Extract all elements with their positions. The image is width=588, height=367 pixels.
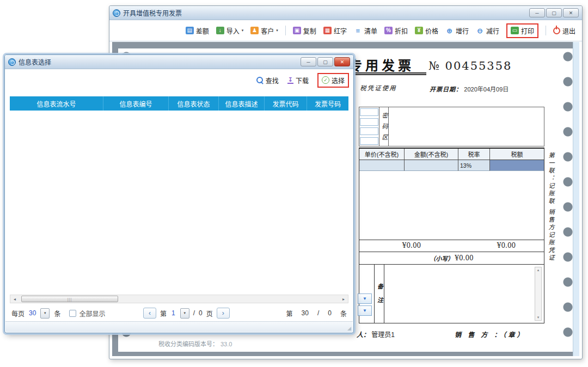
- password-area-label: 密码区: [379, 107, 389, 146]
- issuer-value: 管理员1: [371, 331, 395, 339]
- balance-label: 差额: [196, 26, 209, 35]
- red-letter-button[interactable]: ▦ 红字: [323, 26, 347, 35]
- per-page-unit: 条: [54, 309, 60, 318]
- next-page-button[interactable]: ›: [217, 308, 230, 319]
- items-table-header: 单价(不含税) 金额(不含税) 税率 税额: [359, 148, 544, 160]
- price-button[interactable]: ¥ 价格: [415, 26, 438, 35]
- balance-button[interactable]: ▤ 差额: [186, 26, 209, 35]
- prev-page-button[interactable]: ‹: [143, 308, 156, 319]
- dialog-status-bar: ◢: [5, 321, 353, 332]
- app-icon: [8, 58, 16, 66]
- toolbar-divider: [285, 26, 286, 35]
- discount-button[interactable]: % 折扣: [384, 26, 408, 35]
- buyer-password-section: 密码区: [359, 107, 544, 146]
- add-row-label: 增行: [456, 26, 469, 35]
- customer-label: 客户: [261, 26, 274, 35]
- dialog-pagination: 每页 30 ▾ 条 全部显示 ‹ 第 1 ▾ / 0 页 › 第 30 / 0 …: [11, 305, 347, 321]
- close-button[interactable]: ✕: [563, 8, 579, 17]
- download-button[interactable]: ↧ 下载: [287, 76, 309, 85]
- tax-rate-cell[interactable]: 13%: [458, 160, 490, 171]
- exit-button[interactable]: 退出: [553, 26, 575, 35]
- price-icon: ¥: [415, 27, 423, 34]
- scroll-left-icon[interactable]: ◂: [11, 297, 18, 302]
- buyer-info-field[interactable]: [360, 108, 378, 116]
- copy-button[interactable]: ▣ 复制: [293, 26, 316, 35]
- search-button[interactable]: 查找: [256, 76, 279, 85]
- remove-row-button[interactable]: ⊖ 减行: [476, 26, 499, 35]
- dialog-minimize-button[interactable]: ─: [301, 57, 316, 66]
- invoice-page-down-button-2[interactable]: ▼: [358, 305, 372, 316]
- buyer-info-field[interactable]: [360, 118, 378, 126]
- minimize-button[interactable]: ─: [529, 8, 545, 17]
- dialog-titlebar[interactable]: 信息表选择 ─ ▢ ✕: [5, 55, 353, 69]
- col-unit-price: 单价(不含税): [359, 149, 405, 160]
- dialog-close-button[interactable]: ✕: [334, 57, 350, 66]
- header-invoice-number[interactable]: 发票号码: [307, 96, 348, 111]
- per-page-value[interactable]: 30: [29, 309, 36, 317]
- maximize-button[interactable]: ▢: [546, 8, 562, 17]
- add-row-button[interactable]: ⊕ 增行: [445, 26, 469, 35]
- issuer-label: 人：: [357, 331, 370, 339]
- list-button[interactable]: ≡ 清单: [354, 26, 377, 35]
- per-page-dropdown[interactable]: ▾: [40, 308, 50, 319]
- header-serial-number[interactable]: 信息表流水号: [10, 96, 103, 111]
- import-button[interactable]: ↓ 导入 ▾: [216, 26, 244, 35]
- small-total-label: （小写）: [430, 254, 454, 262]
- toolbar-divider: [546, 26, 546, 35]
- desktop: 开具增值税专用发票 ─ ▢ ✕ ▤ 差额 ↓ 导入 ▾ ♟ 客户 ▾: [0, 0, 588, 367]
- select-button-highlight: ✓ 选择: [317, 73, 349, 88]
- header-form-status[interactable]: 信息表状态: [169, 96, 219, 111]
- amount-cell[interactable]: [405, 160, 458, 171]
- buyer-fields-column: [359, 107, 379, 146]
- record-counter: 第 30 / 0 条: [286, 309, 347, 318]
- items-empty-area: [359, 171, 544, 240]
- add-row-icon: ⊕: [445, 27, 454, 34]
- page-dropdown[interactable]: ▾: [180, 308, 189, 319]
- col-tax: 税额: [490, 149, 544, 160]
- scroll-up-icon[interactable]: ▴: [537, 268, 540, 272]
- small-total-value: ¥0.00: [455, 254, 473, 262]
- download-icon: ↧: [287, 77, 293, 84]
- thumb-grip: |||: [68, 297, 72, 301]
- invoice-copy-label: 第一联：记账联 销售方记账凭证: [546, 152, 555, 304]
- invoice-page-down-button[interactable]: ▼: [358, 293, 372, 304]
- header-invoice-code[interactable]: 发票代码: [265, 96, 307, 111]
- remarks-scrollbar[interactable]: ▴ ▾: [535, 267, 542, 321]
- select-button[interactable]: ✓ 选择: [322, 76, 345, 85]
- remove-row-icon: ⊖: [476, 27, 484, 34]
- exit-label: 退出: [562, 26, 575, 35]
- show-all-checkbox[interactable]: [69, 310, 76, 317]
- customer-icon: ♟: [250, 27, 259, 34]
- dialog-maximize-button[interactable]: ▢: [317, 57, 333, 66]
- search-icon: [256, 77, 264, 84]
- tax-cell-selected[interactable]: [490, 160, 544, 171]
- scroll-down-icon[interactable]: ▾: [537, 315, 540, 320]
- scroll-right-icon[interactable]: ▸: [340, 297, 347, 302]
- right-scroll-strip[interactable]: [573, 42, 579, 356]
- scrollbar-thumb[interactable]: |||: [21, 296, 118, 302]
- total-pages-value: 0: [199, 309, 203, 317]
- grand-total-row: （小写） ¥0.00: [359, 252, 544, 265]
- invoice-window-title: 开具增值税专用发票: [123, 8, 182, 17]
- copy-icon: ▣: [293, 27, 301, 34]
- dialog-table-body: [10, 111, 348, 292]
- resize-grip[interactable]: ◢: [347, 326, 351, 331]
- horizontal-scrollbar[interactable]: ◂ ||| ▸: [10, 295, 348, 303]
- invoice-window-titlebar[interactable]: 开具增值税专用发票 ─ ▢ ✕: [109, 6, 582, 20]
- page-navigator: ‹ 第 1 ▾ / 0 页 ›: [143, 308, 230, 319]
- invoice-date-value: 2020年04月09日: [464, 86, 509, 93]
- header-form-number[interactable]: 信息表编号: [103, 96, 169, 111]
- customer-button[interactable]: ♟ 客户 ▾: [250, 26, 278, 35]
- print-button-highlight: ▭ 打印: [506, 23, 538, 38]
- window-controls: ─ ▢ ✕: [529, 8, 579, 17]
- buyer-info-field[interactable]: [360, 137, 378, 145]
- header-form-description[interactable]: 信息表描述: [219, 96, 265, 111]
- remarks-textarea[interactable]: ▴ ▾: [384, 265, 544, 323]
- current-page-value: 1: [171, 309, 175, 317]
- chevron-down-icon: ▾: [242, 28, 244, 33]
- unit-price-cell[interactable]: [359, 160, 405, 171]
- buyer-info-field[interactable]: [360, 127, 378, 135]
- print-icon: ▭: [511, 27, 519, 34]
- print-button[interactable]: ▭ 打印: [511, 26, 534, 35]
- caret-down-icon: ▼: [363, 296, 367, 301]
